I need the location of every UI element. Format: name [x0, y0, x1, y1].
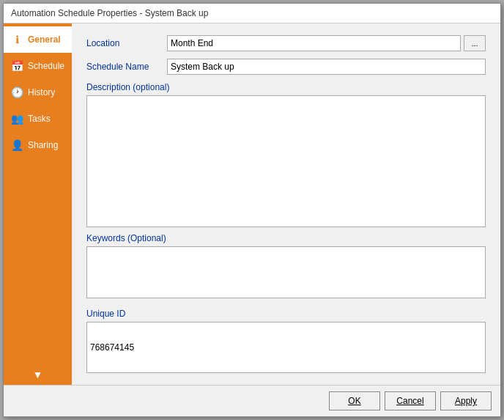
sidebar-spacer	[4, 158, 72, 364]
schedule-name-input[interactable]	[167, 59, 486, 75]
description-label: Description (optional)	[86, 82, 486, 92]
schedule-name-label: Schedule Name	[86, 62, 167, 72]
ok-button[interactable]: OK	[329, 391, 380, 410]
sidebar-item-general[interactable]: ℹ General	[4, 26, 72, 53]
sidebar: ℹ General 📅 Schedule 🕐 History 👥 Tasks 👤…	[4, 23, 72, 385]
title-bar: Automation Schedule Properties - System …	[4, 4, 500, 23]
apply-label: Apply	[455, 396, 477, 406]
history-icon: 🕐	[10, 85, 24, 100]
main-window: Automation Schedule Properties - System …	[3, 3, 501, 417]
uid-label: Unique ID	[86, 309, 486, 319]
cancel-label: Cancel	[396, 396, 423, 406]
location-label: Location	[86, 38, 167, 48]
browse-button[interactable]: ...	[464, 35, 486, 51]
sidebar-label-general: General	[28, 34, 61, 45]
uid-input[interactable]	[86, 322, 486, 374]
sidebar-label-tasks: Tasks	[28, 114, 51, 124]
description-textarea[interactable]	[86, 95, 486, 227]
location-input[interactable]	[167, 35, 461, 51]
location-row: Location ...	[86, 35, 486, 51]
window-title: Automation Schedule Properties - System …	[11, 8, 208, 18]
sidebar-label-sharing: Sharing	[28, 140, 58, 150]
sharing-icon: 👤	[10, 138, 24, 152]
main-content: Location ... Schedule Name Description (…	[72, 23, 500, 385]
keywords-label: Keywords (Optional)	[86, 233, 486, 243]
sidebar-item-tasks[interactable]: 👥 Tasks	[4, 106, 72, 132]
window-body: ℹ General 📅 Schedule 🕐 History 👥 Tasks 👤…	[4, 23, 500, 385]
sidebar-label-history: History	[28, 87, 55, 97]
sidebar-item-sharing[interactable]: 👤 Sharing	[4, 132, 72, 158]
description-section: Description (optional) Keywords (Optiona…	[86, 82, 486, 373]
general-icon: ℹ	[10, 32, 24, 47]
sidebar-label-schedule: Schedule	[28, 61, 64, 71]
bottom-bar: OK Cancel Apply	[4, 385, 500, 416]
sidebar-item-schedule[interactable]: 📅 Schedule	[4, 53, 72, 79]
schedule-name-row: Schedule Name	[86, 59, 486, 75]
ok-label: OK	[348, 396, 360, 406]
sidebar-item-history[interactable]: 🕐 History	[4, 79, 72, 106]
cancel-button[interactable]: Cancel	[385, 391, 436, 410]
sidebar-arrow[interactable]: ▼	[4, 364, 72, 385]
tasks-icon: 👥	[10, 111, 24, 126]
apply-button[interactable]: Apply	[440, 391, 492, 410]
keywords-input[interactable]	[86, 246, 486, 298]
schedule-icon: 📅	[10, 59, 24, 73]
